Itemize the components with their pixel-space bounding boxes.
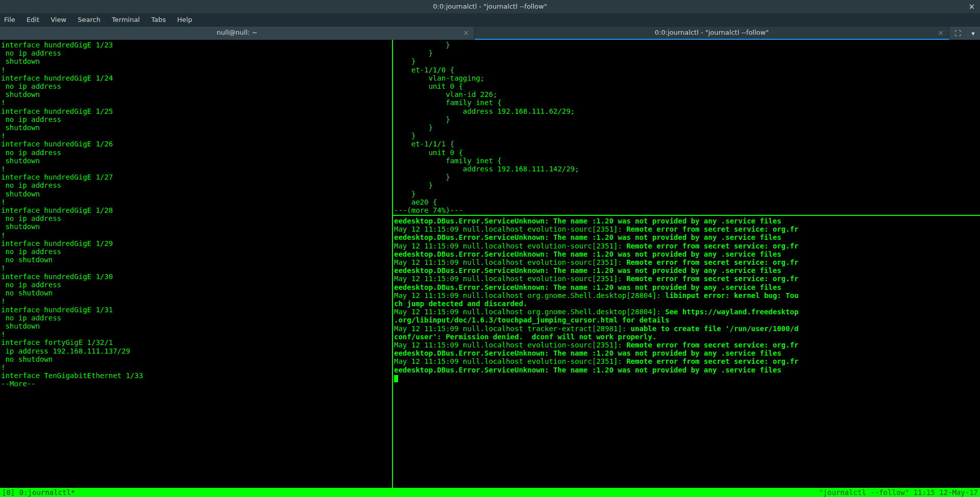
menu-help[interactable]: Help bbox=[177, 16, 192, 23]
tab-journalctl[interactable]: 0:0:journalctl - "journalctl --follow" × bbox=[475, 27, 949, 40]
router-config-output: interface hundredGigE 1/23 no ip address… bbox=[1, 41, 143, 388]
pane-router-config[interactable]: interface hundredGigE 1/23 no ip address… bbox=[0, 40, 393, 488]
tab-dropdown-icon[interactable]: ▾ bbox=[971, 30, 975, 37]
tab-shell[interactable]: null@null: ~ × bbox=[0, 27, 475, 40]
pane-journalctl[interactable]: eedesktop.DBus.Error.ServiceUnknown: The… bbox=[393, 216, 980, 488]
pane-right-column: } } } et-1/1/0 { vlan-tagging; unit 0 { … bbox=[393, 40, 980, 488]
tmux-status-bar: [0] 0:journalctl* "journalctl --follow" … bbox=[0, 488, 980, 497]
tmux-status-left: [0] 0:journalctl* bbox=[2, 488, 75, 497]
tab-shell-label: null@null: ~ bbox=[217, 29, 258, 36]
menu-terminal[interactable]: Terminal bbox=[112, 16, 140, 23]
terminal-workspace: interface hundredGigE 1/23 no ip address… bbox=[0, 40, 980, 488]
tab-bar: null@null: ~ × 0:0:journalctl - "journal… bbox=[0, 27, 980, 40]
window-title: 0:0:journalctl - "journalctl --follow" bbox=[433, 3, 547, 10]
journalctl-output: eedesktop.DBus.Error.ServiceUnknown: The… bbox=[394, 217, 979, 382]
tab-journalctl-close-icon[interactable]: × bbox=[938, 27, 944, 39]
tmux-status-right: "journalctl --follow" 11:15 12-May-17 bbox=[819, 488, 978, 497]
menu-view[interactable]: View bbox=[51, 16, 66, 23]
tab-shell-close-icon[interactable]: × bbox=[463, 27, 469, 39]
screenshot-icon[interactable]: ⛶ bbox=[954, 30, 961, 37]
pane-juniper-config[interactable]: } } } et-1/1/0 { vlan-tagging; unit 0 { … bbox=[393, 40, 980, 216]
tab-controls: ⛶ ▾ bbox=[949, 27, 980, 40]
window-titlebar: 0:0:journalctl - "journalctl --follow" × bbox=[0, 0, 980, 13]
tab-journalctl-label: 0:0:journalctl - "journalctl --follow" bbox=[655, 29, 769, 36]
menu-edit[interactable]: Edit bbox=[27, 16, 39, 23]
menu-file[interactable]: File bbox=[4, 16, 15, 23]
juniper-config-output: } } } et-1/1/0 { vlan-tagging; unit 0 { … bbox=[394, 41, 579, 214]
menu-tabs[interactable]: Tabs bbox=[151, 16, 166, 23]
terminal-cursor bbox=[394, 375, 398, 382]
window-close-button[interactable]: × bbox=[968, 0, 975, 13]
menu-bar: File Edit View Search Terminal Tabs Help bbox=[0, 13, 980, 27]
menu-search[interactable]: Search bbox=[78, 16, 101, 23]
